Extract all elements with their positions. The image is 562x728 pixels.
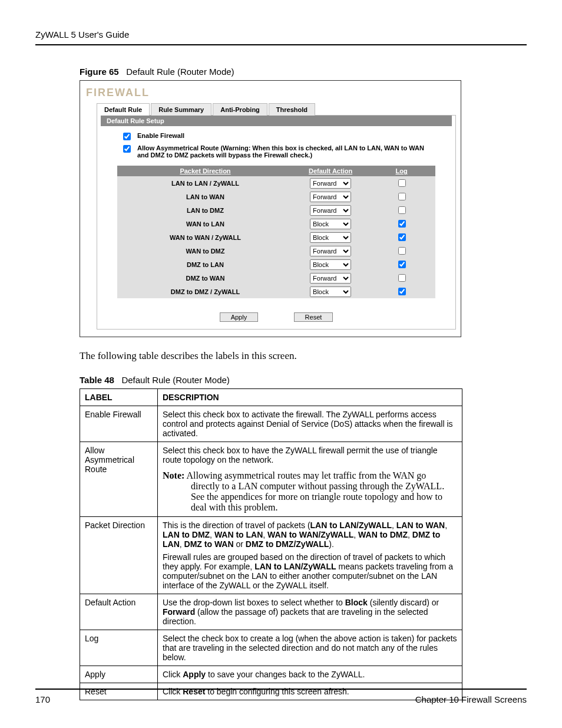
log-checkbox[interactable] xyxy=(398,261,406,268)
row-label: Enable Firewall xyxy=(80,406,158,442)
rule-direction: WAN to WAN / ZyWALL xyxy=(117,230,293,244)
rule-log-cell xyxy=(368,285,435,298)
tab-threshold[interactable]: Threshold xyxy=(269,103,315,116)
enable-firewall-label: Enable Firewall xyxy=(137,132,184,139)
rule-action-cell: ForwardBlock xyxy=(293,217,368,230)
tab-default-rule[interactable]: Default Rule xyxy=(97,103,150,116)
default-action-select[interactable]: ForwardBlock xyxy=(310,246,351,256)
rule-action-cell: ForwardBlock xyxy=(293,176,368,190)
table-number: Table 48 xyxy=(80,375,114,385)
rule-log-cell xyxy=(368,258,435,271)
description-table: LABEL DESCRIPTION Enable Firewall Select… xyxy=(80,388,462,700)
rule-direction: WAN to LAN xyxy=(117,217,293,230)
note-block: Note: Allowing asymmetrical routes may l… xyxy=(163,470,457,513)
running-header: ZyWALL 5 User's Guide xyxy=(35,29,527,45)
default-action-select[interactable]: ForwardBlock xyxy=(310,205,351,216)
firewall-title: FIREWALL xyxy=(86,87,456,99)
desc-head-description: DESCRIPTION xyxy=(158,389,462,406)
rule-direction: LAN to DMZ xyxy=(117,203,293,217)
default-action-select[interactable]: ForwardBlock xyxy=(310,219,351,229)
tab-rule-summary[interactable]: Rule Summary xyxy=(151,103,211,116)
default-action-select[interactable]: ForwardBlock xyxy=(310,273,351,284)
default-action-select[interactable]: ForwardBlock xyxy=(310,232,351,243)
log-checkbox[interactable] xyxy=(398,179,406,187)
table-row: Packet Direction This is the direction o… xyxy=(80,517,462,594)
rule-log-cell xyxy=(368,176,435,190)
log-checkbox[interactable] xyxy=(398,274,406,282)
rule-action-cell: ForwardBlock xyxy=(293,258,368,271)
rule-row: LAN to DMZForwardBlock xyxy=(117,203,435,217)
table-row: Allow Asymmetrical Route Select this che… xyxy=(80,442,462,517)
packet-rules-table: Packet Direction Default Action Log LAN … xyxy=(117,166,435,298)
row-label: Allow Asymmetrical Route xyxy=(80,442,158,517)
rule-row: LAN to WANForwardBlock xyxy=(117,190,435,203)
row-desc: Select this check box to have the ZyWALL… xyxy=(158,442,462,517)
chapter-label: Chapter 10 Firewall Screens xyxy=(415,694,527,704)
rule-row: DMZ to LANForwardBlock xyxy=(117,258,435,271)
rule-log-cell xyxy=(368,271,435,285)
rule-log-cell xyxy=(368,244,435,258)
rule-log-cell xyxy=(368,203,435,217)
page-number: 170 xyxy=(35,694,50,704)
note-lead: Note: xyxy=(163,470,184,480)
rule-direction: WAN to DMZ xyxy=(117,244,293,258)
figure-title: Default Rule (Router Mode) xyxy=(126,67,234,77)
rule-log-cell xyxy=(368,230,435,244)
log-checkbox[interactable] xyxy=(398,247,406,255)
rule-row: WAN to LANForwardBlock xyxy=(117,217,435,230)
figure-caption: Figure 65 Default Rule (Router Mode) xyxy=(80,67,527,77)
apply-button[interactable]: Apply xyxy=(220,312,259,322)
rule-row: LAN to LAN / ZyWALLForwardBlock xyxy=(117,176,435,190)
desc-head-label: LABEL xyxy=(80,389,158,406)
rule-log-cell xyxy=(368,217,435,230)
row-desc: This is the direction of travel of packe… xyxy=(158,517,462,594)
log-checkbox[interactable] xyxy=(398,220,406,228)
rule-row: WAN to DMZForwardBlock xyxy=(117,244,435,258)
rule-direction: LAN to WAN xyxy=(117,190,293,203)
rule-action-cell: ForwardBlock xyxy=(293,190,368,203)
rule-row: WAN to WAN / ZyWALLForwardBlock xyxy=(117,230,435,244)
allow-asym-checkbox[interactable] xyxy=(123,145,131,153)
default-action-select[interactable]: ForwardBlock xyxy=(310,259,351,270)
table-row: Log Select the check box to create a log… xyxy=(80,630,462,666)
reset-button[interactable]: Reset xyxy=(294,312,333,322)
table-row: Default Action Use the drop-down list bo… xyxy=(80,594,462,630)
page-footer: 170 Chapter 10 Firewall Screens xyxy=(35,689,527,704)
default-action-select[interactable]: ForwardBlock xyxy=(310,286,351,297)
log-checkbox[interactable] xyxy=(398,193,406,200)
col-log: Log xyxy=(368,166,435,176)
rule-action-cell: ForwardBlock xyxy=(293,230,368,244)
log-checkbox[interactable] xyxy=(398,233,406,241)
rule-row: DMZ to DMZ / ZyWALLForwardBlock xyxy=(117,285,435,298)
note-body: Allowing asymmetrical routes may let tra… xyxy=(184,470,444,512)
log-checkbox[interactable] xyxy=(398,206,406,214)
default-action-select[interactable]: ForwardBlock xyxy=(310,192,351,202)
row-desc: Select this check box to activate the fi… xyxy=(158,406,462,442)
tab-bar: Default Rule Rule Summary Anti-Probing T… xyxy=(97,103,456,115)
table-row: Enable Firewall Select this check box to… xyxy=(80,406,462,442)
rule-direction: LAN to LAN / ZyWALL xyxy=(117,176,293,190)
row-desc: Click Apply to save your changes back to… xyxy=(158,666,462,683)
row-label: Apply xyxy=(80,666,158,683)
row-desc: Select the check box to create a log (wh… xyxy=(158,630,462,666)
rule-direction: DMZ to WAN xyxy=(117,271,293,285)
group-title: Default Rule Setup xyxy=(101,116,452,126)
default-action-select[interactable]: ForwardBlock xyxy=(310,178,351,189)
row-desc: Use the drop-down list boxes to select w… xyxy=(158,594,462,630)
default-rule-panel: Default Rule Setup Enable Firewall Allow… xyxy=(97,115,456,330)
table-title: Default Rule (Router Mode) xyxy=(121,375,229,385)
firewall-screenshot: FIREWALL Default Rule Rule Summary Anti-… xyxy=(80,80,461,337)
rule-action-cell: ForwardBlock xyxy=(293,285,368,298)
rule-direction: DMZ to DMZ / ZyWALL xyxy=(117,285,293,298)
rule-action-cell: ForwardBlock xyxy=(293,271,368,285)
table-row: Apply Click Apply to save your changes b… xyxy=(80,666,462,683)
allow-asym-label: Allow Asymmetrical Route (Warning: When … xyxy=(137,144,432,159)
row-label: Log xyxy=(80,630,158,666)
col-default-action: Default Action xyxy=(293,166,368,176)
intro-paragraph: The following table describes the labels… xyxy=(80,350,457,362)
log-checkbox[interactable] xyxy=(398,288,406,295)
tab-anti-probing[interactable]: Anti-Probing xyxy=(213,103,267,116)
row-label: Packet Direction xyxy=(80,517,158,594)
rule-direction: DMZ to LAN xyxy=(117,258,293,271)
enable-firewall-checkbox[interactable] xyxy=(123,133,131,140)
